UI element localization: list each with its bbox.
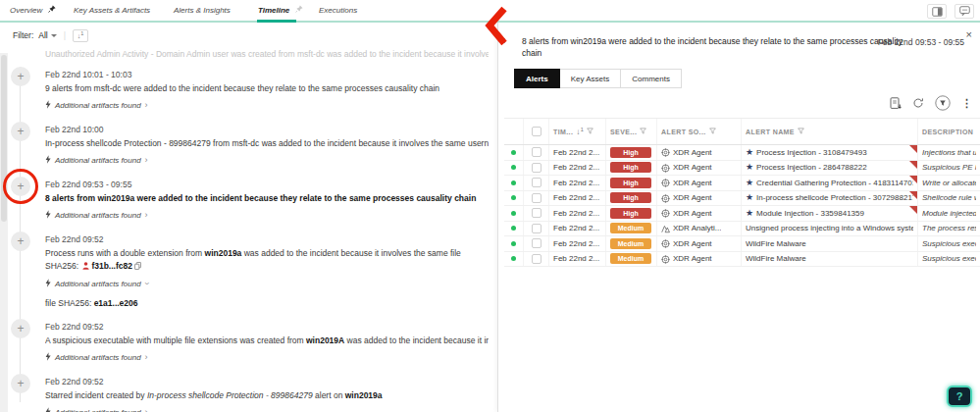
entry-timestamp: Feb 22nd 10:01 - 10:03 (45, 69, 497, 80)
flag-corner-icon (909, 145, 917, 153)
additional-artifacts-link[interactable]: Additional artifacts found› (45, 154, 497, 166)
tab-overview[interactable]: Overview (10, 0, 58, 20)
filter-dropdown[interactable]: All (38, 30, 56, 40)
sort-button[interactable]: ↓1 (73, 29, 88, 42)
row-checkbox[interactable] (532, 238, 542, 248)
row-status-cell (504, 206, 524, 221)
xdr-analytics-icon (661, 222, 670, 236)
column-label: ALERT SO... (661, 129, 706, 135)
table-row[interactable]: Feb 22nd 2...HighXDR Agent★Credential Ga… (504, 176, 980, 191)
column-filter-icon[interactable] (640, 128, 646, 135)
add-to-story-button[interactable]: + (11, 232, 30, 251)
tab-key-assets-artifacts[interactable]: Key Assets & Artifacts (74, 0, 150, 20)
row-status-cell (504, 191, 524, 206)
expanded-artifact-content: file SHA256: e1a1...e206 (45, 298, 497, 308)
panel-tab-alerts[interactable]: Alerts (514, 69, 560, 88)
divider: | (62, 30, 68, 40)
entry-text: 8 alerts from win2019a were added to the… (45, 192, 489, 205)
pin-icon (48, 5, 56, 15)
row-select-cell (524, 252, 549, 267)
additional-artifacts-link[interactable]: Additional artifacts found› (45, 351, 497, 363)
table-row[interactable]: Feb 22nd 2...MediumXDR Analyti...Unsigne… (504, 222, 980, 237)
table-row[interactable]: Feb 22nd 2...HighXDR Agent★Module Inject… (504, 206, 980, 222)
table-row[interactable]: Feb 22nd 2...MediumXDR AgentWildFire Mal… (504, 252, 980, 268)
artifacts-label: Additional artifacts found (55, 211, 141, 220)
row-checkbox[interactable] (532, 147, 542, 157)
tab-executions[interactable]: Executions (319, 0, 357, 20)
timeline-filter-bar: Filter: All | ↓1 (0, 24, 497, 47)
text-segment: win2019a (205, 248, 242, 258)
add-to-story-button[interactable]: + (11, 122, 30, 141)
severity-cell: High (606, 176, 657, 190)
column-filter-icon[interactable] (709, 128, 716, 135)
alert-source-cell: XDR Agent (657, 206, 742, 221)
add-to-story-button[interactable]: + (11, 319, 30, 338)
more-options-icon[interactable]: ⋮ (961, 97, 972, 110)
star-icon[interactable]: ★ (746, 193, 753, 202)
column-header-tim: TIM...↓1 (549, 119, 606, 144)
help-button[interactable]: ? (947, 386, 972, 407)
faded-timeline-entry: Unauthorized Admin Activity - Domain Adm… (45, 49, 489, 59)
row-status-cell (504, 236, 524, 251)
alert-name-cell: ★Credential Gathering Protection - 41831… (742, 176, 918, 190)
severity-badge: High (610, 192, 651, 203)
export-icon[interactable] (890, 97, 902, 110)
table-row[interactable]: Feb 22nd 2...HighXDR Agent★Process Injec… (504, 161, 980, 177)
row-checkbox[interactable] (532, 254, 542, 264)
row-checkbox[interactable] (532, 163, 542, 173)
alerts-table: TIM...↓1SEVE...ALERT SO...ALERT NAMEDESC… (504, 118, 980, 267)
status-dot (511, 195, 516, 200)
panel-tab-key-assets[interactable]: Key Assets (560, 69, 622, 88)
comment-icon[interactable] (954, 4, 974, 19)
xdr-agent-icon (661, 145, 670, 160)
xdr-agent-icon (661, 176, 670, 190)
timestamp-value: Feb 22nd 2... (553, 163, 599, 172)
alert-source-cell: XDR Agent (657, 161, 742, 176)
panel-icon[interactable] (927, 4, 947, 19)
filter-icon[interactable] (935, 95, 951, 111)
severity-badge: High (610, 178, 651, 188)
table-row[interactable]: Feb 22nd 2...HighXDR Agent★In-process sh… (504, 191, 980, 207)
sort-icon[interactable]: ↓1 (576, 128, 584, 136)
artifact-bolt-icon (45, 352, 51, 363)
flag-corner-icon (909, 176, 917, 183)
column-label: TIM... (553, 129, 573, 135)
add-to-story-button[interactable]: + (11, 67, 30, 86)
entry-timestamp: Feb 22nd 09:52 (45, 233, 497, 245)
tab-timeline[interactable]: Timeline (258, 0, 305, 20)
add-to-story-button[interactable]: + (11, 177, 30, 196)
flag-corner-icon (909, 206, 917, 214)
additional-artifacts-link[interactable]: Additional artifacts found› (45, 99, 497, 111)
tab-alerts-insights[interactable]: Alerts & Insights (174, 0, 231, 20)
refresh-icon[interactable] (912, 97, 924, 109)
column-label: ALERT NAME (746, 129, 795, 135)
top-nav-bar: OverviewKey Assets & ArtifactsAlerts & I… (0, 0, 980, 22)
alert-name-cell: ★Module Injection - 3359841359 (742, 206, 918, 221)
star-icon[interactable]: ★ (746, 179, 753, 187)
alert-source-value: XDR Agent (673, 193, 712, 202)
column-filter-icon[interactable] (587, 128, 593, 135)
status-dot (511, 241, 516, 246)
column-filter-icon[interactable] (798, 128, 804, 135)
additional-artifacts-link[interactable]: Additional artifacts found› (45, 209, 497, 221)
tab-label: Executions (319, 6, 357, 15)
xdr-agent-icon (661, 206, 670, 221)
additional-artifacts-link[interactable]: Additional artifacts found› (45, 278, 497, 289)
star-icon[interactable]: ★ (746, 209, 753, 218)
table-row[interactable]: Feb 22nd 2...MediumXDR AgentWildFire Mal… (504, 236, 980, 252)
panel-tab-comments[interactable]: Comments (621, 69, 682, 88)
row-checkbox[interactable] (532, 224, 542, 233)
row-checkbox[interactable] (532, 208, 542, 218)
row-checkbox[interactable] (532, 178, 542, 187)
star-icon[interactable]: ★ (746, 148, 753, 157)
copy-icon[interactable] (134, 261, 141, 274)
select-all-checkbox[interactable] (532, 127, 542, 136)
table-row[interactable]: Feb 22nd 2...HighXDR Agent★Process Injec… (504, 145, 980, 161)
additional-artifacts-link[interactable]: Additional artifacts found› (45, 406, 497, 412)
row-checkbox[interactable] (532, 193, 542, 203)
alert-source-value: XDR Agent (673, 148, 712, 157)
star-icon[interactable]: ★ (746, 163, 753, 172)
add-to-story-button[interactable]: + (11, 374, 30, 393)
description-value: Write or allocate mem (922, 179, 976, 187)
description-cell: Shellcode rule was ma (918, 191, 980, 206)
